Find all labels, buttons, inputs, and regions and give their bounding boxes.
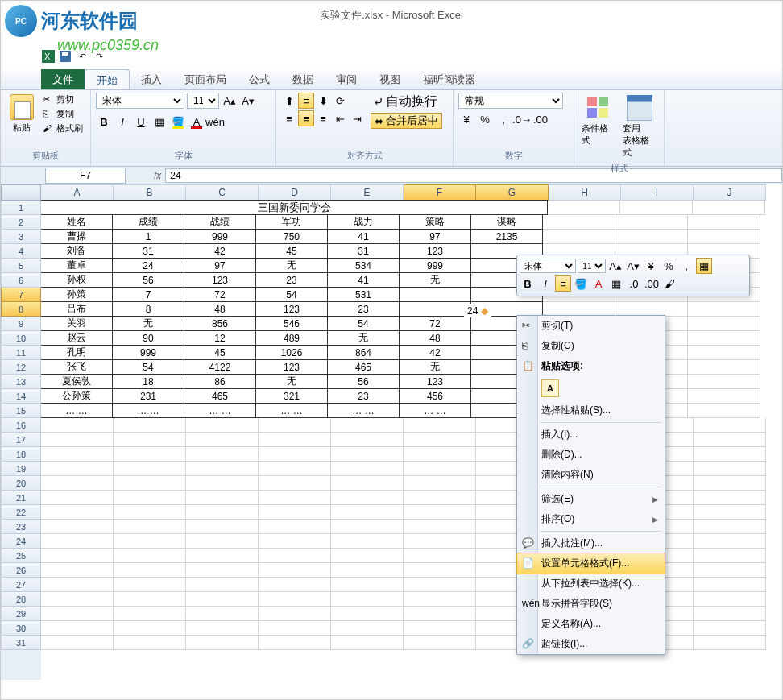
cell[interactable] (114, 418, 186, 433)
cell[interactable]: 夏侯敦 (41, 374, 113, 389)
cell[interactable] (694, 621, 766, 636)
cell[interactable] (186, 462, 259, 476)
tab-file[interactable]: 文件 (41, 69, 85, 89)
mini-font-select[interactable]: 宋体 (520, 259, 576, 273)
cell[interactable]: 8 (112, 301, 184, 317)
cell[interactable] (186, 476, 259, 491)
ctx-hyperlink[interactable]: 🔗超链接(I)... (517, 634, 665, 654)
cell[interactable] (41, 621, 114, 636)
cell[interactable] (114, 505, 186, 520)
format-painter-button[interactable]: 🖌格式刷 (40, 122, 85, 135)
cell[interactable] (331, 433, 404, 447)
cell[interactable]: 孔明 (41, 345, 113, 360)
cell[interactable] (694, 520, 766, 534)
cell[interactable]: 999 (399, 258, 471, 273)
row-header-13[interactable]: 13 (1, 375, 41, 389)
conditional-format-button[interactable]: 条件格式 (579, 93, 618, 161)
cell[interactable]: 465 (327, 359, 400, 375)
cell[interactable] (186, 549, 259, 563)
cell[interactable] (186, 505, 259, 520)
cell[interactable] (41, 462, 114, 476)
cell[interactable] (259, 607, 331, 621)
cell[interactable] (331, 505, 404, 520)
cell[interactable] (259, 578, 331, 592)
cell[interactable] (331, 520, 404, 534)
cell[interactable]: 无 (112, 316, 184, 331)
cell[interactable] (114, 433, 186, 447)
percent-icon[interactable]: % (477, 111, 493, 127)
indent-left-icon[interactable]: ⇤ (332, 110, 348, 126)
col-header-D[interactable]: D (259, 184, 331, 201)
cell[interactable] (404, 476, 476, 491)
cell[interactable] (404, 534, 476, 549)
cell[interactable] (114, 592, 186, 607)
cell[interactable] (114, 534, 186, 549)
cell[interactable] (41, 447, 114, 462)
cell[interactable] (331, 549, 404, 563)
cell[interactable]: 策略 (399, 214, 471, 230)
cell[interactable]: 54 (255, 287, 328, 302)
cell[interactable] (404, 592, 476, 607)
mini-format-painter-icon[interactable]: 🖌 (661, 275, 677, 292)
tab-review[interactable]: 审阅 (325, 69, 368, 89)
mini-border-icon[interactable]: ▦ (608, 275, 624, 292)
indent-right-icon[interactable]: ⇥ (349, 110, 365, 126)
row-header-28[interactable]: 28 (1, 592, 41, 607)
cell[interactable]: 18 (112, 374, 184, 389)
cell[interactable]: 42 (184, 243, 256, 259)
cell[interactable]: 孙权 (41, 272, 113, 288)
cell[interactable] (615, 215, 688, 230)
cell[interactable] (543, 230, 615, 244)
cell[interactable] (620, 201, 693, 215)
ctx-delete[interactable]: 删除(D)... (517, 445, 665, 465)
cell[interactable]: 31 (327, 243, 400, 259)
cell[interactable] (688, 404, 760, 418)
cell[interactable] (259, 505, 331, 520)
cell[interactable]: 曹操 (41, 229, 113, 244)
row-header-1[interactable]: 1 (1, 201, 41, 215)
mini-bold-icon[interactable]: B (520, 275, 536, 292)
align-bottom-icon[interactable]: ⬇ (315, 93, 331, 109)
row-header-18[interactable]: 18 (1, 447, 41, 462)
cell[interactable] (694, 607, 766, 621)
cell[interactable] (41, 418, 114, 433)
align-left-icon[interactable]: ≡ (281, 110, 297, 126)
align-right-icon[interactable]: ≡ (315, 110, 331, 126)
cell[interactable] (186, 607, 259, 621)
cell[interactable]: 成绩 (112, 214, 184, 230)
cell[interactable] (331, 578, 404, 592)
cell[interactable]: 72 (184, 287, 256, 302)
cell[interactable] (543, 215, 615, 230)
cell[interactable] (404, 491, 476, 505)
cell[interactable] (688, 360, 760, 375)
row-header-31[interactable]: 31 (1, 636, 41, 650)
cell[interactable] (404, 578, 476, 592)
col-header-A[interactable]: A (41, 184, 114, 201)
cell[interactable]: 231 (112, 388, 184, 404)
cell[interactable] (259, 549, 331, 563)
cell[interactable] (331, 563, 404, 578)
mini-size-select[interactable]: 11 (578, 259, 606, 273)
copy-button[interactable]: ⎘复制 (40, 107, 85, 121)
font-color-button[interactable]: A (188, 114, 205, 130)
cell[interactable]: 90 (112, 330, 184, 346)
cell[interactable] (41, 520, 114, 534)
ctx-insert[interactable]: 插入(I)... (517, 425, 665, 445)
cell[interactable] (615, 230, 688, 244)
row-header-8[interactable]: 8 (1, 302, 41, 317)
cell[interactable]: 56 (112, 272, 184, 288)
cell[interactable]: 72 (399, 316, 471, 331)
cell[interactable] (114, 462, 186, 476)
cell[interactable] (114, 520, 186, 534)
cell[interactable] (259, 491, 331, 505)
cell[interactable] (694, 491, 766, 505)
cell[interactable]: 97 (184, 258, 256, 273)
cell[interactable]: 姓名 (41, 214, 113, 230)
cell[interactable]: 无 (399, 272, 471, 288)
mini-italic-icon[interactable]: I (537, 275, 553, 292)
cell[interactable] (41, 636, 114, 650)
tab-insert[interactable]: 插入 (130, 69, 173, 89)
cell[interactable] (259, 447, 331, 462)
tab-data[interactable]: 数据 (281, 69, 325, 89)
cell[interactable]: 战绩 (184, 214, 256, 230)
